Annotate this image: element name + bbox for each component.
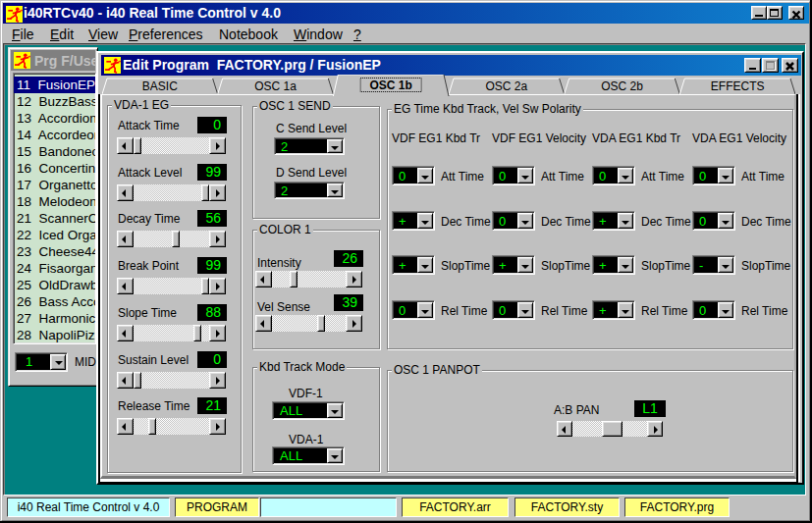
- svg-text:OSC 1a: OSC 1a: [254, 79, 297, 93]
- svg-text:OSC 1b: OSC 1b: [369, 78, 411, 92]
- svg-text:OSC 2b: OSC 2b: [601, 79, 643, 93]
- svg-text:BASIC: BASIC: [142, 79, 178, 93]
- svg-text:EFFECTS: EFFECTS: [711, 79, 765, 93]
- svg-text:OSC 2a: OSC 2a: [485, 79, 527, 93]
